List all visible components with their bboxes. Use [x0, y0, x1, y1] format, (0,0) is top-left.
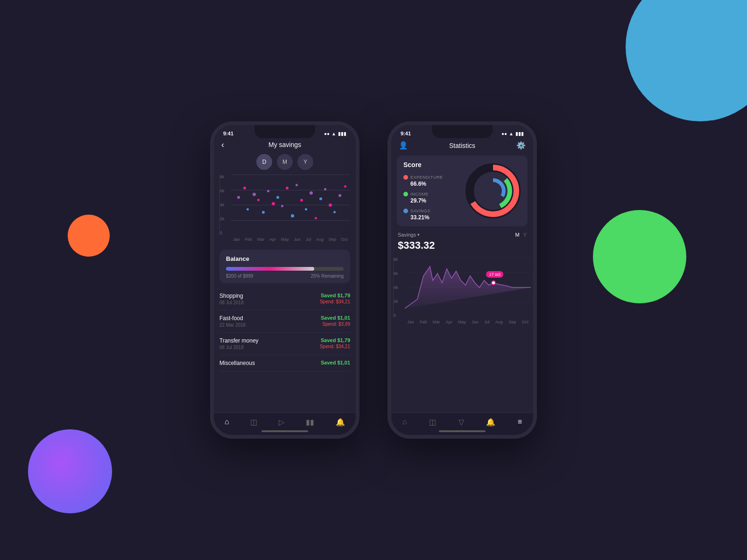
tx-name-fastfood: Fast-food: [219, 315, 246, 322]
savings-amount: $333.32: [398, 239, 527, 252]
home-indicator-2: [439, 430, 486, 432]
savings-section: Savings ▾ M Y $333.32: [391, 230, 533, 257]
nav-filter-savings[interactable]: ▷: [279, 418, 284, 427]
transaction-shopping[interactable]: Shopping 08 Jul 2018 Saved $1,79 Spend: …: [219, 288, 350, 310]
scatter-chart: 8k 6k 4k 2k 0: [214, 175, 356, 247]
income-value: 29.7%: [410, 197, 443, 204]
profile-icon[interactable]: 👤: [399, 141, 408, 150]
savings-period-buttons: M Y: [515, 232, 527, 238]
progress-bar-fill: [226, 267, 314, 271]
tx-name-shopping: Shopping: [219, 293, 244, 299]
period-tabs: D M Y: [214, 152, 356, 175]
lc-labels-y: 8k 6k 4k 2k 0: [394, 257, 398, 318]
tx-spend-fastfood: Spend: $3,99: [321, 322, 350, 327]
period-tab-d[interactable]: D: [256, 154, 272, 170]
tx-spend-shopping: Spend: $34,21: [320, 299, 350, 304]
period-tab-m[interactable]: M: [277, 154, 293, 170]
score-legend: EXPENDITURE 66.6% INCOME 29.7%: [403, 175, 443, 221]
back-button[interactable]: ‹: [221, 140, 224, 150]
home-indicator-1: [261, 430, 308, 432]
tx-name-misc: Miscellaneous: [219, 360, 255, 366]
nav-filter-stats[interactable]: ▽: [458, 418, 464, 427]
chart-dots-area: [231, 175, 350, 235]
balance-title: Balance: [226, 255, 344, 262]
balance-meta: $200 of $999 25% Remaining: [226, 273, 344, 279]
stats-title: Statistics: [449, 142, 475, 149]
transaction-fastfood[interactable]: Fast-food 22 Mar 2018 Saved $1,01 Spend:…: [219, 310, 350, 333]
legend-expenditure: EXPENDITURE 66.6%: [403, 175, 443, 187]
score-left: Score EXPENDITURE 66.6% I: [403, 161, 443, 221]
time-1: 9:41: [223, 131, 233, 136]
status-bar-1: 9:41 ●● ▲ ▮▮▮: [214, 125, 356, 138]
tx-spend-transfer: Spend: $34,21: [320, 344, 350, 349]
savings-value: 33.21%: [410, 214, 443, 221]
period-btn-y[interactable]: Y: [523, 232, 527, 238]
balance-meta-right: 25% Remaining: [310, 273, 344, 279]
nav-home-savings[interactable]: ⌂: [225, 418, 229, 427]
savings-label: Savings ▾: [398, 232, 420, 238]
phone-statistics: 9:41 ●● ▲ ▮▮▮ 👤 Statistics ⚙️ Score: [388, 121, 537, 439]
tx-saved-fastfood: Saved $1,01: [321, 315, 350, 321]
nav-wallet-stats[interactable]: ◫: [429, 418, 436, 427]
line-chart: 8k 6k 4k 2k 0: [391, 257, 533, 329]
nav-home-stats[interactable]: ⌂: [402, 418, 407, 427]
tx-date-fastfood: 22 Mar 2018: [219, 322, 246, 328]
savings-screen: 9:41 ●● ▲ ▮▮▮ ‹ My savings D M: [214, 125, 356, 435]
transaction-list: Shopping 08 Jul 2018 Saved $1,79 Spend: …: [214, 286, 356, 373]
svg-point-4: [486, 184, 500, 197]
savings-title: My savings: [268, 141, 301, 148]
donut-chart: [465, 163, 521, 219]
tx-name-transfer: Transfer money: [219, 337, 259, 344]
score-card: Score EXPENDITURE 66.6% I: [397, 155, 528, 226]
nav-bell-stats[interactable]: 🔔: [486, 418, 495, 427]
tooltip-bubble: 17 oct: [486, 271, 503, 278]
donut-svg: [465, 163, 521, 219]
top-nav-stats: 👤 Statistics ⚙️: [391, 138, 533, 154]
expenditure-dot: [403, 175, 408, 180]
top-nav-savings: ‹ My savings: [214, 138, 356, 152]
transaction-misc[interactable]: Miscellaneous Saved $1,01: [219, 355, 350, 371]
line-chart-inner: 8k 6k 4k 2k 0: [393, 257, 531, 318]
chart-x-labels: Jan Feb Mar Apr May Jun Jul Aug Sep Oct: [219, 235, 350, 242]
tx-saved-transfer: Saved $1,79: [320, 337, 350, 343]
nav-stats-savings[interactable]: ▮▮: [306, 418, 314, 427]
progress-bar-container: [226, 267, 344, 271]
time-2: 9:41: [401, 131, 411, 136]
tx-saved-shopping: Saved $1,79: [320, 293, 350, 298]
income-dot: [403, 192, 408, 196]
tx-date-shopping: 08 Jul 2018: [219, 300, 244, 305]
chart-y-labels: 8k 6k 4k 2k 0: [220, 175, 225, 235]
balance-meta-left: $200 of $999: [226, 273, 253, 279]
stats-screen: 9:41 ●● ▲ ▮▮▮ 👤 Statistics ⚙️ Score: [391, 125, 533, 435]
line-chart-svg: [405, 257, 531, 318]
nav-wallet-savings[interactable]: ◫: [250, 418, 257, 427]
savings-dot: [403, 209, 408, 213]
chart-grid: 8k 6k 4k 2k 0: [219, 175, 350, 235]
savings-header: Savings ▾ M Y: [398, 232, 527, 238]
period-btn-m[interactable]: M: [515, 232, 519, 238]
status-icons-1: ●● ▲ ▮▮▮: [324, 131, 346, 136]
tx-saved-misc: Saved $1,01: [321, 360, 350, 365]
nav-menu-stats[interactable]: ≡: [518, 418, 522, 427]
lc-labels-x: Jan Feb Mar Apr May Jun Jul Aug Sep Oct: [393, 318, 531, 324]
legend-income: INCOME 29.7%: [403, 192, 443, 204]
legend-savings: SAVINGS 33.21%: [403, 209, 443, 221]
phone-savings: 9:41 ●● ▲ ▮▮▮ ‹ My savings D M: [210, 121, 359, 439]
balance-card: Balance $200 of $999 25% Remaining: [219, 250, 350, 283]
svg-point-9: [492, 281, 495, 285]
nav-bell-savings[interactable]: 🔔: [336, 418, 345, 427]
transaction-transfer[interactable]: Transfer money 08 Jul 2018 Saved $1,79 S…: [219, 333, 350, 355]
expenditure-value: 66.6%: [410, 181, 443, 187]
phones-container: 9:41 ●● ▲ ▮▮▮ ‹ My savings D M: [0, 0, 747, 560]
status-bar-2: 9:41 ●● ▲ ▮▮▮: [391, 125, 533, 138]
settings-icon[interactable]: ⚙️: [516, 141, 526, 150]
tx-date-transfer: 08 Jul 2018: [219, 345, 259, 350]
status-icons-2: ●● ▲ ▮▮▮: [501, 131, 524, 136]
period-tab-y[interactable]: Y: [297, 154, 313, 170]
score-title: Score: [403, 161, 443, 168]
